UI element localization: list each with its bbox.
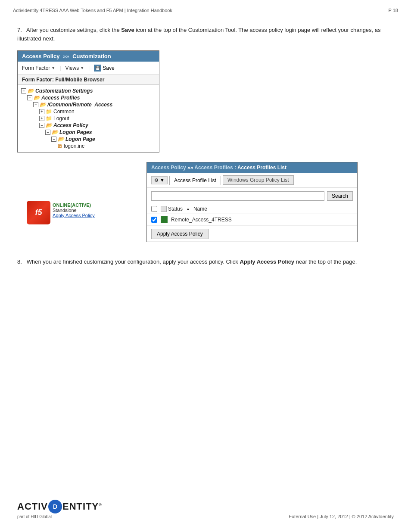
tree-toggle[interactable]: + xyxy=(39,116,44,121)
breadcrumb-access-policy: Access Policy xyxy=(151,165,186,171)
folder-open-icon: 📂 xyxy=(52,129,58,135)
tree-toggle[interactable]: − xyxy=(33,102,38,107)
views-chevron: ▼ xyxy=(80,66,84,70)
gear-icon: ⚙ xyxy=(154,177,159,183)
select-all-checkbox[interactable] xyxy=(151,206,157,212)
tree-item: 🖹 logon.inc xyxy=(18,143,159,149)
panel-title-bar: Access Policy »» Customization xyxy=(18,51,159,62)
page-footer: ACTIV D ENTITY® part of HID Global Exter… xyxy=(0,500,411,519)
step7-bold: Save xyxy=(121,27,134,33)
footer-right: External Use | July 12, 2012 | © 2012 Ac… xyxy=(289,514,394,519)
activ-entity: ENTITY® xyxy=(62,501,102,512)
search-input[interactable] xyxy=(151,191,324,201)
file-icon: 🖹 xyxy=(57,143,62,149)
activ-entity-text: ENTITY xyxy=(62,501,99,512)
save-icon: 💾 xyxy=(94,65,101,72)
breadcrumb-arrow: »» xyxy=(63,53,71,59)
tab-access-profile-list[interactable]: Access Profile List xyxy=(169,176,221,185)
tree-toggle[interactable]: − xyxy=(51,137,56,142)
tree-label: Customization Settings xyxy=(35,88,93,94)
row-checkbox[interactable] xyxy=(151,217,157,223)
search-button[interactable]: Search xyxy=(327,191,353,201)
apply-access-policy-button[interactable]: Apply Access Policy xyxy=(151,229,209,239)
apply-access-row: Apply Access Policy xyxy=(147,226,357,242)
search-row: Search xyxy=(147,188,357,204)
gear-button[interactable]: ⚙ ▼ xyxy=(151,176,168,184)
tree-label: /Common/Remote_Access_ xyxy=(47,102,115,108)
tree-toggle[interactable]: − xyxy=(27,95,32,100)
toolbar-separator1: | xyxy=(59,65,61,71)
header-left: ActivIdentity 4TRESS AAA Web Tokens and … xyxy=(13,8,172,13)
views-button[interactable]: Views ▼ xyxy=(65,65,84,71)
tree-toggle[interactable]: − xyxy=(45,130,50,135)
step8-paragraph: 8. When you are finished customizing you… xyxy=(17,258,394,266)
col-status-label: Status xyxy=(168,206,183,212)
access-profile-title-bar: Access Policy »» Access Profiles : Acces… xyxy=(147,162,357,173)
col-status-header: Status xyxy=(161,206,183,212)
save-label: Save xyxy=(103,65,114,71)
activ-d-circle: D xyxy=(48,500,62,513)
tree-item: − 📂 Logon Page xyxy=(18,136,159,143)
tree-item: − 📂 Customization Settings xyxy=(18,87,159,94)
step7-number: 7. xyxy=(17,27,22,33)
tree-item: + 📁 Common xyxy=(18,108,159,115)
tab-windows-group-policy[interactable]: Windows Group Policy List xyxy=(223,175,294,185)
col-sort-arrow: ▲ xyxy=(186,207,190,211)
toolbar-separator2: | xyxy=(88,65,90,71)
tree-item: + 📁 Logout xyxy=(18,115,159,122)
f5-mode: Standalone xyxy=(53,208,95,213)
activ-identity-logo: ACTIV D ENTITY® part of HID Global xyxy=(17,500,102,519)
form-factor-value: Form Factor: Full/Mobile Browser xyxy=(18,75,159,85)
customization-panel: Access Policy »» Customization Form Fact… xyxy=(17,50,159,152)
status-icon-green xyxy=(161,216,168,223)
step8-text-after: near the top of the page. xyxy=(294,258,357,265)
breadcrumb-access-profiles: Access Profiles xyxy=(194,165,233,171)
panel-title-part1: Access Policy xyxy=(22,53,59,59)
folder-closed-icon: 📁 xyxy=(46,115,52,121)
tree-label: logon.inc xyxy=(64,143,84,149)
activ-text: ACTIV xyxy=(17,501,48,512)
panel-title-part2: Customization xyxy=(72,53,111,59)
form-factor-button[interactable]: Form Factor ▼ xyxy=(22,65,55,71)
col-name-label: Name xyxy=(193,206,207,212)
f5-text-block: ONLINE(ACTIVE) Standalone Apply Access P… xyxy=(53,201,95,218)
breadcrumb-access-profiles-list: Access Profiles List xyxy=(237,165,286,171)
main-content: 7. After you customize settings, click t… xyxy=(0,17,411,275)
step8-bold: Apply Access Policy xyxy=(240,258,294,265)
views-label: Views xyxy=(65,65,79,71)
gear-chevron: ▼ xyxy=(160,177,165,183)
save-button[interactable]: 💾 Save xyxy=(94,65,114,72)
col-status-icon xyxy=(161,206,167,212)
access-profile-panel: Access Policy »» Access Profiles : Acces… xyxy=(146,162,358,242)
f5-logo: f5 xyxy=(27,201,50,224)
data-row: Remote_Access_4TRESS xyxy=(147,214,357,226)
tree-item: − 📂 Access Profiles xyxy=(18,94,159,101)
folder-open-icon: 📂 xyxy=(46,122,52,128)
folder-open-icon: 📂 xyxy=(34,95,40,101)
f5-sidebar-block: f5 ONLINE(ACTIVE) Standalone Apply Acces… xyxy=(27,201,109,218)
tree-label: Access Policy xyxy=(53,122,88,128)
tree-toggle[interactable]: + xyxy=(39,109,44,114)
step8-text-before: When you are finished customizing your c… xyxy=(27,258,240,265)
tree-toggle[interactable]: − xyxy=(39,123,44,128)
tree-label: Logon Pages xyxy=(59,129,92,135)
breadcrumb-sep2: : xyxy=(234,165,237,171)
activ-logo-main: ACTIV D ENTITY® xyxy=(17,500,102,513)
screenshots-row: f5 ONLINE(ACTIVE) Standalone Apply Acces… xyxy=(17,162,394,248)
folder-open-icon: 📂 xyxy=(28,88,34,94)
step8-number: 8. xyxy=(17,258,22,265)
f5-status: ONLINE(ACTIVE) xyxy=(53,202,95,208)
folder-open-icon: 📂 xyxy=(58,136,64,142)
page-header: ActivIdentity 4TRESS AAA Web Tokens and … xyxy=(0,0,411,17)
tree-item: − 📂 /Common/Remote_Access_ xyxy=(18,101,159,108)
column-header-row: Status ▲ Name xyxy=(147,204,357,214)
f5-apply-link[interactable]: Apply Access Policy xyxy=(53,213,95,218)
tree-item: − 📂 Logon Pages xyxy=(18,129,159,136)
access-profile-toolbar: ⚙ ▼ Access Profile List Windows Group Po… xyxy=(147,173,357,188)
tree-toggle[interactable]: − xyxy=(21,88,26,93)
tree-item: − 📂 Access Policy xyxy=(18,122,159,129)
folder-closed-icon: 📁 xyxy=(46,109,52,115)
activ-tm: ® xyxy=(99,503,102,507)
f5-logo-text: f5 xyxy=(35,208,42,217)
tree-container: − 📂 Customization Settings − 📂 Access Pr… xyxy=(18,85,159,152)
